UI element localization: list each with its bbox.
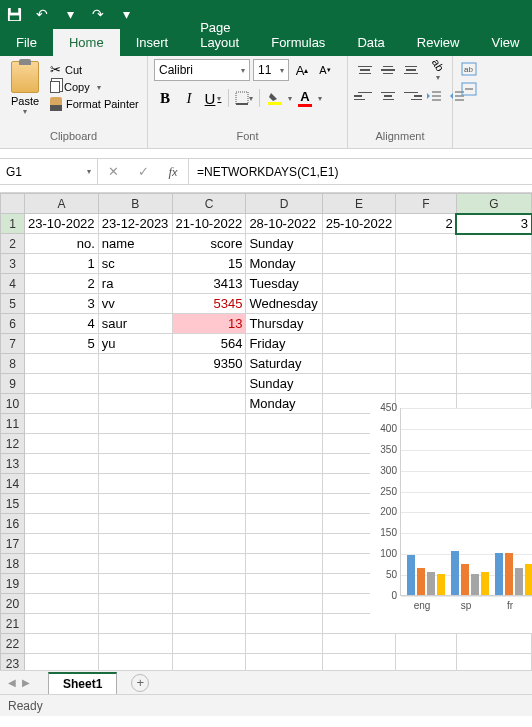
cell-C22[interactable] (172, 634, 246, 654)
row-header-21[interactable]: 21 (1, 614, 25, 634)
cell-D6[interactable]: Thursday (246, 314, 322, 334)
cell-D10[interactable]: Monday (246, 394, 322, 414)
tab-formulas[interactable]: Formulas (255, 29, 341, 56)
name-box-dropdown[interactable]: ▾ (87, 167, 91, 176)
cell-D9[interactable]: Sunday (246, 374, 322, 394)
cell-E7[interactable] (322, 334, 396, 354)
cell-D4[interactable]: Tuesday (246, 274, 322, 294)
cell-C19[interactable] (172, 574, 246, 594)
cell-A6[interactable]: 4 (25, 314, 99, 334)
cell-A4[interactable]: 2 (25, 274, 99, 294)
cell-B16[interactable] (98, 514, 172, 534)
cell-C7[interactable]: 564 (172, 334, 246, 354)
undo-dropdown[interactable]: ▾ (60, 4, 80, 24)
cell-C11[interactable] (172, 414, 246, 434)
cell-F7[interactable] (396, 334, 456, 354)
cell-F22[interactable] (396, 634, 456, 654)
cut-button[interactable]: ✂Cut (48, 61, 141, 78)
cell-C17[interactable] (172, 534, 246, 554)
cell-D8[interactable]: Saturday (246, 354, 322, 374)
cell-D22[interactable] (246, 634, 322, 654)
cell-E2[interactable] (322, 234, 396, 254)
cell-B13[interactable] (98, 454, 172, 474)
row-header-8[interactable]: 8 (1, 354, 25, 374)
cell-B9[interactable] (98, 374, 172, 394)
increase-font-button[interactable]: A▴ (292, 59, 312, 81)
select-all-corner[interactable] (1, 194, 25, 214)
cell-D7[interactable]: Friday (246, 334, 322, 354)
cell-E6[interactable] (322, 314, 396, 334)
chart-bar[interactable] (427, 572, 435, 595)
row-header-19[interactable]: 19 (1, 574, 25, 594)
cell-C5[interactable]: 5345 (172, 294, 246, 314)
tab-review[interactable]: Review (401, 29, 476, 56)
tab-view[interactable]: View (475, 29, 532, 56)
row-header-13[interactable]: 13 (1, 454, 25, 474)
cell-D5[interactable]: Wednesday (246, 294, 322, 314)
chart-bar[interactable] (407, 555, 415, 595)
cancel-formula-button[interactable]: ✕ (98, 164, 128, 179)
cell-C23[interactable] (172, 654, 246, 671)
row-header-14[interactable]: 14 (1, 474, 25, 494)
row-header-23[interactable]: 23 (1, 654, 25, 671)
chart-bar[interactable] (471, 574, 479, 595)
cell-F2[interactable] (396, 234, 456, 254)
cell-D16[interactable] (246, 514, 322, 534)
cell-C13[interactable] (172, 454, 246, 474)
cell-B22[interactable] (98, 634, 172, 654)
chart-bar[interactable] (461, 564, 469, 595)
chart-bar[interactable] (495, 553, 503, 595)
cell-D2[interactable]: Sunday (246, 234, 322, 254)
cell-F4[interactable] (396, 274, 456, 294)
decrease-indent-button[interactable] (423, 85, 445, 107)
embedded-chart[interactable]: 050100150200250300350400450 engspfr (370, 408, 532, 633)
cell-C4[interactable]: 3413 (172, 274, 246, 294)
cell-D3[interactable]: Monday (246, 254, 322, 274)
cell-B10[interactable] (98, 394, 172, 414)
cell-B5[interactable]: vv (98, 294, 172, 314)
cell-D12[interactable] (246, 434, 322, 454)
cell-G4[interactable] (456, 274, 531, 294)
bold-button[interactable]: B (154, 87, 176, 109)
cell-B11[interactable] (98, 414, 172, 434)
cell-A1[interactable]: 23-10-2022 (25, 214, 99, 234)
align-center-button[interactable] (377, 85, 399, 107)
row-header-11[interactable]: 11 (1, 414, 25, 434)
cell-G6[interactable] (456, 314, 531, 334)
cell-G22[interactable] (456, 634, 531, 654)
cell-C8[interactable]: 9350 (172, 354, 246, 374)
column-header-A[interactable]: A (25, 194, 99, 214)
row-header-5[interactable]: 5 (1, 294, 25, 314)
align-middle-button[interactable] (377, 59, 399, 81)
cell-C10[interactable] (172, 394, 246, 414)
cell-C1[interactable]: 21-10-2022 (172, 214, 246, 234)
font-color-button[interactable]: A (294, 87, 316, 109)
cell-G2[interactable] (456, 234, 531, 254)
copy-button[interactable]: Copy▾ (48, 80, 141, 94)
cell-A18[interactable] (25, 554, 99, 574)
tab-home[interactable]: Home (53, 29, 120, 56)
cell-A13[interactable] (25, 454, 99, 474)
chart-bar[interactable] (505, 553, 513, 595)
cell-A10[interactable] (25, 394, 99, 414)
cell-C20[interactable] (172, 594, 246, 614)
chart-bar[interactable] (515, 568, 523, 595)
chart-bar[interactable] (481, 572, 489, 595)
cell-G7[interactable] (456, 334, 531, 354)
undo-button[interactable]: ↶ (32, 4, 52, 24)
cell-F23[interactable] (396, 654, 456, 671)
cell-A12[interactable] (25, 434, 99, 454)
italic-button[interactable]: I (178, 87, 200, 109)
cell-D15[interactable] (246, 494, 322, 514)
cell-B6[interactable]: saur (98, 314, 172, 334)
row-header-6[interactable]: 6 (1, 314, 25, 334)
cell-B15[interactable] (98, 494, 172, 514)
row-header-17[interactable]: 17 (1, 534, 25, 554)
cell-F8[interactable] (396, 354, 456, 374)
cell-A15[interactable] (25, 494, 99, 514)
cell-A14[interactable] (25, 474, 99, 494)
cell-A17[interactable] (25, 534, 99, 554)
cell-A19[interactable] (25, 574, 99, 594)
cell-E1[interactable]: 25-10-2022 (322, 214, 396, 234)
column-header-C[interactable]: C (172, 194, 246, 214)
